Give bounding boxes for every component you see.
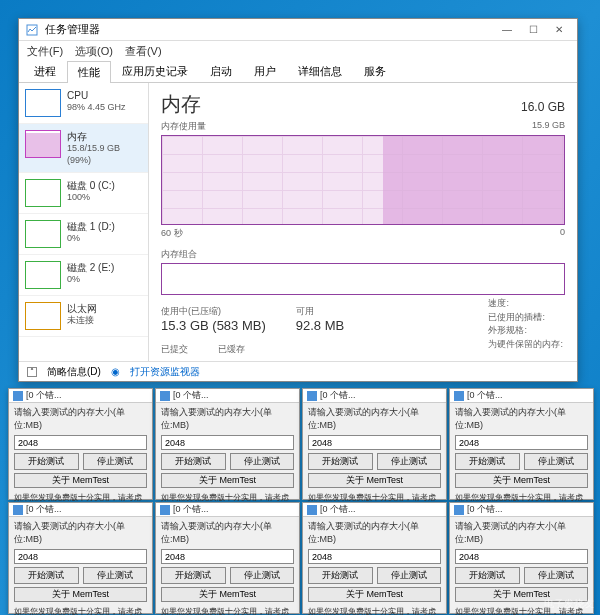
memtest-titlebar[interactable]: [0 个错... — [450, 389, 593, 403]
usage-max: 15.9 GB — [532, 120, 565, 133]
memtest-titlebar[interactable]: [0 个错... — [303, 503, 446, 517]
fewer-details-label[interactable]: 简略信息(D) — [47, 365, 101, 379]
tab-users[interactable]: 用户 — [243, 60, 287, 82]
menu-view[interactable]: 查看(V) — [125, 44, 162, 59]
memtest-icon — [160, 505, 170, 515]
size-input[interactable] — [161, 435, 294, 450]
watermark: 电子发烧友 — [544, 597, 594, 611]
task-manager-window: 任务管理器 — ☐ ✕ 文件(F) 选项(O) 查看(V) 进程 性能 应用历史… — [18, 18, 578, 382]
sidebar-item-cpu[interactable]: CPU98% 4.45 GHz — [19, 83, 148, 124]
memory-thumb-chart — [25, 130, 61, 158]
size-input[interactable] — [14, 549, 147, 564]
memtest-titlebar[interactable]: [0 个错... — [156, 389, 299, 403]
size-input[interactable] — [161, 549, 294, 564]
memtest-titlebar[interactable]: [0 个错... — [9, 389, 152, 403]
ethernet-thumb-chart — [25, 302, 61, 330]
start-button[interactable]: 开始测试 — [455, 567, 520, 584]
usage-label: 内存使用量 — [161, 120, 206, 133]
stop-button[interactable]: 停止测试 — [230, 453, 295, 470]
start-button[interactable]: 开始测试 — [14, 453, 79, 470]
size-label: 请输入要测试的内存大小(单位:MB) — [455, 520, 588, 546]
memtest-dialog: [0 个错...请输入要测试的内存大小(单位:MB)开始测试停止测试关于 Mem… — [155, 502, 300, 614]
memtest-dialog: [0 个错...请输入要测试的内存大小(单位:MB)开始测试停止测试关于 Mem… — [302, 502, 447, 614]
memtest-icon — [307, 391, 317, 401]
memtest-titlebar[interactable]: [0 个错... — [9, 503, 152, 517]
memtest-dialog: [0 个错...请输入要测试的内存大小(单位:MB)开始测试停止测试关于 Mem… — [449, 388, 594, 500]
resource-monitor-icon: ◉ — [111, 366, 120, 377]
memtest-icon — [307, 505, 317, 515]
memtest-desc: 如果您发现免费版十分实用，请考虑购买 MemTest PRO ($5) 或 De… — [161, 607, 294, 615]
about-button[interactable]: 关于 MemTest — [308, 473, 441, 488]
memtest-dialog: [0 个错...请输入要测试的内存大小(单位:MB)开始测试停止测试关于 Mem… — [155, 388, 300, 500]
start-button[interactable]: 开始测试 — [161, 567, 226, 584]
size-label: 请输入要测试的内存大小(单位:MB) — [308, 520, 441, 546]
stop-button[interactable]: 停止测试 — [524, 567, 589, 584]
stat-in-use: 使用中(已压缩) 15.3 GB (583 MB) — [161, 305, 266, 333]
about-button[interactable]: 关于 MemTest — [14, 473, 147, 488]
stop-button[interactable]: 停止测试 — [377, 453, 442, 470]
sidebar-item-disk0[interactable]: 磁盘 0 (C:)100% — [19, 173, 148, 214]
tabs: 进程 性能 应用历史记录 启动 用户 详细信息 服务 — [19, 61, 577, 83]
size-label: 请输入要测试的内存大小(单位:MB) — [161, 406, 294, 432]
menu-file[interactable]: 文件(F) — [27, 44, 63, 59]
about-button[interactable]: 关于 MemTest — [161, 473, 294, 488]
stop-button[interactable]: 停止测试 — [230, 567, 295, 584]
size-label: 请输入要测试的内存大小(单位:MB) — [14, 406, 147, 432]
size-label: 请输入要测试的内存大小(单位:MB) — [455, 406, 588, 432]
sidebar-item-disk1[interactable]: 磁盘 1 (D:)0% — [19, 214, 148, 255]
size-label: 请输入要测试的内存大小(单位:MB) — [161, 520, 294, 546]
size-input[interactable] — [455, 435, 588, 450]
footer: ˄ 简略信息(D) ◉ 打开资源监视器 — [19, 361, 577, 381]
menu-options[interactable]: 选项(O) — [75, 44, 113, 59]
minimize-button[interactable]: — — [495, 22, 519, 38]
disk0-thumb-chart — [25, 179, 61, 207]
stop-button[interactable]: 停止测试 — [83, 453, 148, 470]
stop-button[interactable]: 停止测试 — [83, 567, 148, 584]
sidebar-item-ethernet[interactable]: 以太网未连接 — [19, 296, 148, 337]
sidebar-item-disk2[interactable]: 磁盘 2 (E:)0% — [19, 255, 148, 296]
memory-meta: 速度: 已使用的插槽: 外形规格: 为硬件保留的内存: — [488, 297, 563, 351]
tab-startup[interactable]: 启动 — [199, 60, 243, 82]
tab-details[interactable]: 详细信息 — [287, 60, 353, 82]
fewer-details-icon[interactable]: ˄ — [27, 367, 37, 377]
start-button[interactable]: 开始测试 — [14, 567, 79, 584]
stat-cached: 已缓存 — [218, 343, 245, 356]
size-input[interactable] — [308, 549, 441, 564]
size-input[interactable] — [308, 435, 441, 450]
memtest-dialog: [0 个错...请输入要测试的内存大小(单位:MB)开始测试停止测试关于 Mem… — [8, 502, 153, 614]
disk2-thumb-chart — [25, 261, 61, 289]
tab-processes[interactable]: 进程 — [23, 60, 67, 82]
stat-available: 可用 92.8 MB — [296, 305, 344, 333]
sidebar: CPU98% 4.45 GHz 内存15.8/15.9 GB (99%) 磁盘 … — [19, 83, 149, 361]
start-button[interactable]: 开始测试 — [455, 453, 520, 470]
about-button[interactable]: 关于 MemTest — [14, 587, 147, 602]
about-button[interactable]: 关于 MemTest — [455, 473, 588, 488]
stop-button[interactable]: 停止测试 — [377, 567, 442, 584]
start-button[interactable]: 开始测试 — [308, 567, 373, 584]
menubar: 文件(F) 选项(O) 查看(V) — [19, 41, 577, 61]
open-resource-monitor-link[interactable]: 打开资源监视器 — [130, 365, 200, 379]
panel-heading: 内存 — [161, 91, 201, 118]
start-button[interactable]: 开始测试 — [161, 453, 226, 470]
tab-services[interactable]: 服务 — [353, 60, 397, 82]
about-button[interactable]: 关于 MemTest — [308, 587, 441, 602]
total-memory: 16.0 GB — [521, 100, 565, 114]
axis-right: 0 — [560, 227, 565, 240]
start-button[interactable]: 开始测试 — [308, 453, 373, 470]
close-button[interactable]: ✕ — [547, 22, 571, 38]
memtest-titlebar[interactable]: [0 个错... — [303, 389, 446, 403]
main-panel: 内存 16.0 GB 内存使用量 15.9 GB 60 秒 0 内存组合 使用中… — [149, 83, 577, 361]
stop-button[interactable]: 停止测试 — [524, 453, 589, 470]
sidebar-item-memory[interactable]: 内存15.8/15.9 GB (99%) — [19, 124, 148, 173]
memory-composition-chart — [161, 263, 565, 295]
size-input[interactable] — [455, 549, 588, 564]
memtest-icon — [160, 391, 170, 401]
size-input[interactable] — [14, 435, 147, 450]
memtest-titlebar[interactable]: [0 个错... — [450, 503, 593, 517]
tab-performance[interactable]: 性能 — [67, 61, 111, 83]
tab-app-history[interactable]: 应用历史记录 — [111, 60, 199, 82]
memtest-titlebar[interactable]: [0 个错... — [156, 503, 299, 517]
about-button[interactable]: 关于 MemTest — [161, 587, 294, 602]
maximize-button[interactable]: ☐ — [521, 22, 545, 38]
titlebar[interactable]: 任务管理器 — ☐ ✕ — [19, 19, 577, 41]
